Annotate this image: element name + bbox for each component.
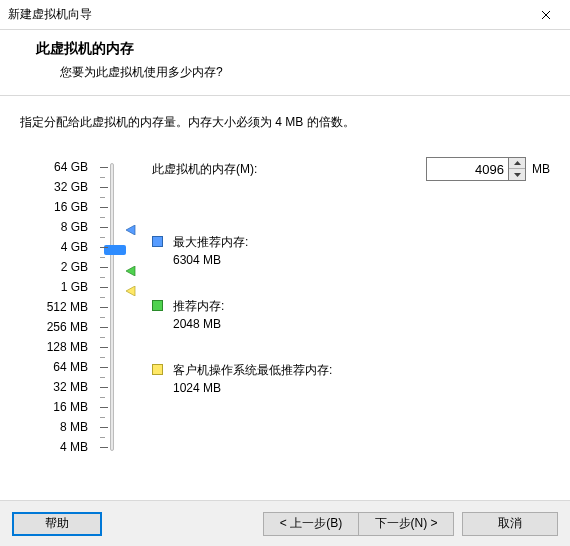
scale-8mb: 8 MB: [20, 417, 88, 437]
memory-unit: MB: [532, 162, 550, 176]
legend-min: 客户机操作系统最低推荐内存: 1024 MB: [152, 361, 550, 397]
close-icon: [541, 10, 551, 20]
legend-rec: 推荐内存: 2048 MB: [152, 297, 550, 333]
scale-16mb: 16 MB: [20, 397, 88, 417]
square-blue-icon: [152, 236, 163, 247]
legend-rec-label: 推荐内存:: [173, 297, 224, 315]
back-button[interactable]: < 上一步(B): [263, 512, 359, 536]
scale-16gb: 16 GB: [20, 197, 88, 217]
square-green-icon: [152, 300, 163, 311]
min-marker: [126, 286, 136, 296]
scale-32mb: 32 MB: [20, 377, 88, 397]
max-marker: [126, 225, 136, 235]
scale-2gb: 2 GB: [20, 257, 88, 277]
spin-down-button[interactable]: [509, 169, 525, 180]
cancel-button[interactable]: 取消: [462, 512, 558, 536]
scale-4gb: 4 GB: [20, 237, 88, 257]
legend-max: 最大推荐内存: 6304 MB: [152, 233, 550, 269]
memory-slider[interactable]: [100, 163, 110, 451]
page-title: 此虚拟机的内存: [36, 40, 570, 58]
legend-min-label: 客户机操作系统最低推荐内存:: [173, 361, 332, 379]
memory-input[interactable]: [426, 157, 508, 181]
next-button[interactable]: 下一步(N) >: [358, 512, 454, 536]
scale-1gb: 1 GB: [20, 277, 88, 297]
spin-up-button[interactable]: [509, 158, 525, 169]
legend-min-value: 1024 MB: [173, 379, 332, 397]
window-title: 新建虚拟机向导: [8, 6, 523, 23]
chevron-down-icon: [514, 173, 521, 177]
memory-field-label: 此虚拟机的内存(M):: [152, 161, 426, 178]
rec-marker: [126, 266, 136, 276]
scale-4mb: 4 MB: [20, 437, 88, 457]
chevron-up-icon: [514, 161, 521, 165]
slider-rail: [110, 163, 114, 451]
instruction-text: 指定分配给此虚拟机的内存量。内存大小必须为 4 MB 的倍数。: [20, 114, 550, 131]
scale-32gb: 32 GB: [20, 177, 88, 197]
scale-512mb: 512 MB: [20, 297, 88, 317]
memory-scale-labels: 64 GB 32 GB 16 GB 8 GB 4 GB 2 GB 1 GB 51…: [20, 157, 96, 457]
legend-max-label: 最大推荐内存:: [173, 233, 248, 251]
page-subtitle: 您要为此虚拟机使用多少内存?: [36, 64, 570, 81]
legend-rec-value: 2048 MB: [173, 315, 224, 333]
scale-128mb: 128 MB: [20, 337, 88, 357]
scale-8gb: 8 GB: [20, 217, 88, 237]
help-button[interactable]: 帮助: [12, 512, 102, 536]
legend-max-value: 6304 MB: [173, 251, 248, 269]
scale-64mb: 64 MB: [20, 357, 88, 377]
close-button[interactable]: [523, 1, 568, 29]
scale-64gb: 64 GB: [20, 157, 88, 177]
scale-256mb: 256 MB: [20, 317, 88, 337]
square-yellow-icon: [152, 364, 163, 375]
